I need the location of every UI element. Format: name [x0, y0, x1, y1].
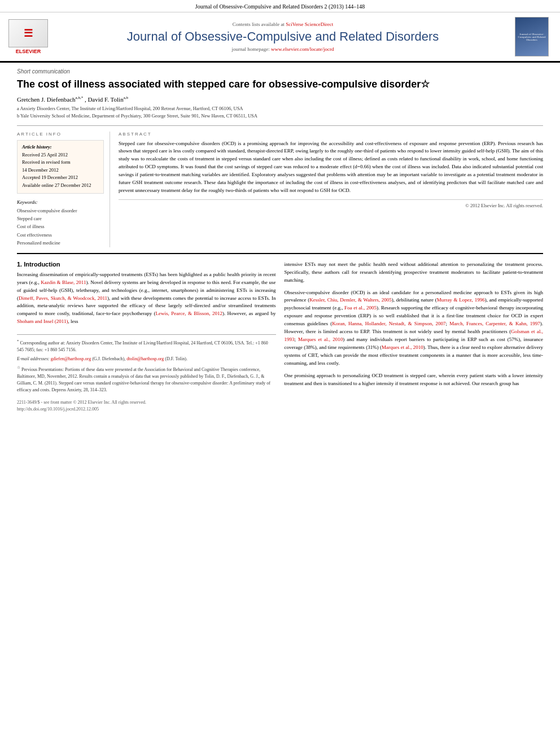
- ref-marques2[interactable]: Marques et al., 2010: [382, 344, 423, 350]
- journal-title-area: Contents lists available at SciVerse Sci…: [56, 21, 509, 52]
- top-bar: Journal of Obsessive-Compulsive and Rela…: [0, 0, 560, 12]
- article-info-col: ARTICLE INFO Article history: Received 2…: [17, 132, 110, 247]
- journal-ref: Journal of Obsessive-Compulsive and Rela…: [195, 3, 365, 10]
- history-title: Article history:: [22, 144, 99, 150]
- footnote-email: E-mail addresses: gdiefen@harthosp.org (…: [17, 356, 276, 362]
- right-para3: One promising approach to personalizing …: [285, 372, 544, 388]
- article-body: Short communication The cost of illness …: [0, 63, 560, 419]
- email-link-1[interactable]: gdiefen@harthosp.org: [51, 356, 91, 361]
- journal-title-main: Journal of Obsessive-Compulsive and Rela…: [56, 29, 509, 44]
- right-para2: Obsessive-compulsive disorder (OCD) is a…: [285, 289, 544, 368]
- received-row: Received 25 April 2012: [22, 151, 99, 159]
- bottom-info: 2211-3649/$ - see front matter © 2012 El…: [17, 399, 276, 414]
- doi-line: http://dx.doi.org/10.1016/j.jocrd.2012.1…: [17, 406, 276, 413]
- ref-lewis[interactable]: Lewis, Pearce, & Blisson, 2012: [156, 311, 222, 316]
- author1-name: Gretchen J. Diefenbach: [17, 96, 76, 103]
- kw-4: Cost effectiveness: [17, 231, 104, 239]
- article-title-text: The cost of illness associated with step…: [17, 78, 421, 90]
- logo-area: ☰ ELSEVIER: [6, 19, 51, 54]
- revised-date-row: 14 December 2012: [22, 167, 99, 174]
- author1-sup: a,b,*: [76, 95, 84, 100]
- authors-line: Gretchen J. Diefenbacha,b,* , David F. T…: [17, 95, 543, 103]
- kw-2: Stepped care: [17, 215, 104, 222]
- article-type-label: Short communication: [17, 68, 543, 75]
- intro-heading: 1. Introduction: [17, 261, 276, 268]
- kw-1: Obsessive-compulsive disorder: [17, 207, 104, 215]
- article-title: The cost of illness associated with step…: [17, 78, 543, 91]
- fn2-sup: ☆: [17, 365, 20, 370]
- right-para1: intensive ESTs may not meet the public h…: [285, 261, 544, 285]
- abstract-text: Stepped care for obsessive-compulsive di…: [119, 140, 543, 195]
- received-revised-label: Received in revised form: [22, 159, 99, 167]
- ref-march[interactable]: March, Frances, Carpenter, & Kahn, 1997: [449, 321, 540, 326]
- ref-kessler[interactable]: Kessler, Chiu, Demler, & Walters, 2005: [309, 297, 392, 303]
- journal-cover-image: Journal of Obsessive-Compulsive and Rela…: [515, 17, 549, 56]
- available-row: Available online 27 December 2012: [22, 182, 99, 190]
- footnote-1: * Corresponding author at: Anxiety Disor…: [17, 338, 276, 353]
- main-content: 1. Introduction Increasing dissemination…: [17, 253, 543, 413]
- ref-koran[interactable]: Koran, Hanna, Hollander, Nestadt, & Simp…: [332, 321, 445, 326]
- star-note: ☆: [421, 78, 430, 90]
- keywords-box: Keywords: Obsessive-compulsive disorder …: [17, 199, 104, 247]
- journal-header: ☰ ELSEVIER Contents lists available at S…: [0, 12, 560, 63]
- ref-foa[interactable]: Foa et al., 2005: [344, 305, 377, 311]
- accepted-row: Accepted 19 December 2012: [22, 174, 99, 182]
- ref-dimeff[interactable]: Dimeff, Paves, Skutch, & Woodcock, 2011: [19, 295, 107, 301]
- homepage-label: journal homepage:: [232, 46, 270, 52]
- affiliation-a: a Anxiety Disorders Center, The Institut…: [17, 105, 543, 112]
- main-left-col: 1. Introduction Increasing dissemination…: [17, 261, 276, 413]
- info-abstract-section: ARTICLE INFO Article history: Received 2…: [17, 125, 543, 247]
- contents-text: Contents lists available at: [233, 21, 285, 27]
- kw-3: Cost of illness: [17, 222, 104, 230]
- kw-5: Personalized medicine: [17, 239, 104, 247]
- fn-email-name2: (D.F. Tolin).: [165, 356, 187, 361]
- fn1-sup: *: [17, 339, 19, 343]
- affiliations: a Anxiety Disorders Center, The Institut…: [17, 105, 543, 120]
- intro-para1: Increasing dissemination of empirically-…: [17, 271, 276, 326]
- email-link-2[interactable]: dtolin@harthosp.org: [126, 356, 164, 361]
- fn-email-name1: (G.J. Diefenbach),: [92, 356, 126, 361]
- affiliation-b: b Yale University School of Medicine, De…: [17, 112, 543, 120]
- author2-name: , David F. Tolin: [85, 96, 124, 103]
- fn2-text: Previous Presentations: Portions of thes…: [17, 367, 270, 392]
- journal-homepage: journal homepage: www.elsevier.com/locat…: [56, 46, 509, 52]
- abstract-col: ABSTRACT Stepped care for obsessive-comp…: [119, 132, 543, 247]
- elsevier-text: ELSEVIER: [16, 49, 41, 54]
- abstract-label: ABSTRACT: [119, 132, 543, 137]
- ref-murray[interactable]: Murray & Lopez, 1996: [437, 297, 485, 303]
- keywords-title: Keywords:: [17, 199, 104, 205]
- fn-email-label: E-mail addresses:: [17, 356, 51, 361]
- homepage-link[interactable]: www.elsevier.com/locate/jocrd: [271, 46, 334, 52]
- issn-line: 2211-3649/$ - see front matter © 2012 El…: [17, 399, 276, 407]
- main-right-col: intensive ESTs may not meet the public h…: [285, 261, 544, 413]
- ref-shoham[interactable]: Shoham and Insel (2011): [17, 318, 68, 324]
- sciverse-link[interactable]: SciVerse ScienceDirect: [286, 21, 333, 27]
- author2-sup: a,b: [124, 95, 128, 100]
- footnote-2: ☆ Previous Presentations: Portions of th…: [17, 365, 276, 394]
- footnotes-area: * Corresponding author at: Anxiety Disor…: [17, 334, 276, 393]
- ref-marques[interactable]: Marques et al., 2010: [298, 337, 343, 342]
- article-history-box: Article history: Received 25 April 2012 …: [17, 140, 104, 194]
- contents-line: Contents lists available at SciVerse Sci…: [56, 21, 509, 27]
- copyright-line: © 2012 Elsevier Inc. All rights reserved…: [119, 199, 543, 208]
- fn1-text: Corresponding author at: Anxiety Disorde…: [17, 340, 268, 352]
- ref-kazdin-blase[interactable]: Kazdin & Blase, 2011: [41, 279, 86, 285]
- article-info-label: ARTICLE INFO: [17, 132, 104, 137]
- elsevier-logo-box: ☰: [8, 19, 48, 47]
